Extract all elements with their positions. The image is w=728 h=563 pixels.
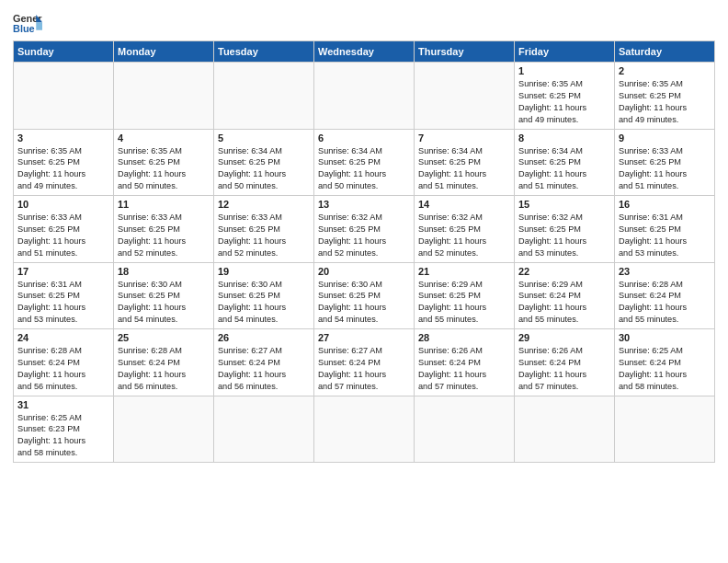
calendar-week-row: 31Sunrise: 6:25 AM Sunset: 6:23 PM Dayli… [14, 396, 715, 463]
day-info: Sunrise: 6:30 AM Sunset: 6:25 PM Dayligh… [118, 279, 210, 327]
calendar-cell: 2Sunrise: 6:35 AM Sunset: 6:25 PM Daylig… [615, 63, 715, 130]
svg-text:Blue: Blue [13, 23, 35, 34]
day-info: Sunrise: 6:28 AM Sunset: 6:24 PM Dayligh… [619, 279, 711, 327]
day-number: 14 [418, 199, 510, 210]
calendar-cell: 24Sunrise: 6:28 AM Sunset: 6:24 PM Dayli… [14, 329, 114, 396]
day-info: Sunrise: 6:31 AM Sunset: 6:25 PM Dayligh… [17, 279, 109, 327]
calendar-cell: 4Sunrise: 6:35 AM Sunset: 6:25 PM Daylig… [114, 129, 214, 196]
day-number: 10 [17, 199, 109, 210]
day-number: 23 [619, 266, 711, 277]
weekday-header: Friday [515, 41, 615, 63]
weekday-header: Saturday [615, 41, 715, 63]
calendar-cell: 23Sunrise: 6:28 AM Sunset: 6:24 PM Dayli… [615, 262, 715, 329]
day-info: Sunrise: 6:32 AM Sunset: 6:25 PM Dayligh… [518, 212, 610, 259]
day-info: Sunrise: 6:35 AM Sunset: 6:25 PM Dayligh… [118, 145, 210, 193]
day-info: Sunrise: 6:34 AM Sunset: 6:25 PM Dayligh… [218, 145, 310, 193]
day-info: Sunrise: 6:33 AM Sunset: 6:25 PM Dayligh… [619, 145, 711, 193]
calendar-cell [314, 396, 415, 463]
day-number: 17 [17, 266, 109, 277]
calendar-cell: 25Sunrise: 6:28 AM Sunset: 6:24 PM Dayli… [114, 329, 214, 396]
day-number: 30 [619, 332, 711, 343]
calendar-body: 1Sunrise: 6:35 AM Sunset: 6:25 PM Daylig… [14, 63, 715, 463]
calendar-cell: 6Sunrise: 6:34 AM Sunset: 6:25 PM Daylig… [314, 129, 415, 196]
day-info: Sunrise: 6:29 AM Sunset: 6:25 PM Dayligh… [418, 279, 510, 327]
calendar-cell [515, 396, 615, 463]
day-info: Sunrise: 6:27 AM Sunset: 6:24 PM Dayligh… [218, 345, 310, 393]
logo-icon: General Blue [13, 11, 42, 37]
day-info: Sunrise: 6:35 AM Sunset: 6:25 PM Dayligh… [17, 145, 109, 193]
day-info: Sunrise: 6:30 AM Sunset: 6:25 PM Dayligh… [218, 279, 310, 327]
calendar-cell [615, 396, 715, 463]
day-number: 13 [318, 199, 410, 210]
calendar-cell: 16Sunrise: 6:31 AM Sunset: 6:25 PM Dayli… [615, 196, 715, 263]
day-number: 6 [318, 132, 410, 144]
calendar-cell: 20Sunrise: 6:30 AM Sunset: 6:25 PM Dayli… [314, 262, 415, 329]
day-number: 11 [118, 199, 210, 210]
calendar-cell: 8Sunrise: 6:34 AM Sunset: 6:25 PM Daylig… [515, 129, 615, 196]
calendar-week-row: 24Sunrise: 6:28 AM Sunset: 6:24 PM Dayli… [14, 329, 715, 396]
calendar-cell: 22Sunrise: 6:29 AM Sunset: 6:24 PM Dayli… [515, 262, 615, 329]
day-number: 15 [518, 199, 610, 210]
calendar-cell: 3Sunrise: 6:35 AM Sunset: 6:25 PM Daylig… [14, 129, 114, 196]
day-number: 27 [318, 332, 410, 343]
day-info: Sunrise: 6:32 AM Sunset: 6:25 PM Dayligh… [418, 212, 510, 259]
day-number: 12 [218, 199, 310, 210]
logo: General Blue [13, 11, 42, 37]
calendar-cell: 17Sunrise: 6:31 AM Sunset: 6:25 PM Dayli… [14, 262, 114, 329]
day-info: Sunrise: 6:25 AM Sunset: 6:24 PM Dayligh… [619, 345, 711, 393]
day-number: 7 [418, 132, 510, 144]
day-number: 26 [218, 332, 310, 343]
day-number: 31 [17, 399, 109, 410]
calendar-cell [415, 396, 515, 463]
day-info: Sunrise: 6:25 AM Sunset: 6:23 PM Dayligh… [17, 412, 109, 460]
weekday-header: Thursday [415, 41, 515, 63]
day-info: Sunrise: 6:33 AM Sunset: 6:25 PM Dayligh… [17, 212, 109, 259]
calendar-cell: 27Sunrise: 6:27 AM Sunset: 6:24 PM Dayli… [314, 329, 415, 396]
calendar-cell: 10Sunrise: 6:33 AM Sunset: 6:25 PM Dayli… [14, 196, 114, 263]
day-info: Sunrise: 6:30 AM Sunset: 6:25 PM Dayligh… [318, 279, 410, 327]
calendar-cell: 12Sunrise: 6:33 AM Sunset: 6:25 PM Dayli… [214, 196, 314, 263]
calendar-header-row: SundayMondayTuesdayWednesdayThursdayFrid… [14, 41, 715, 63]
calendar-cell: 26Sunrise: 6:27 AM Sunset: 6:24 PM Dayli… [214, 329, 314, 396]
day-info: Sunrise: 6:35 AM Sunset: 6:25 PM Dayligh… [518, 78, 610, 126]
day-number: 18 [118, 266, 210, 277]
calendar-cell [114, 63, 214, 130]
weekday-header: Wednesday [314, 41, 415, 63]
svg-marker-3 [36, 22, 42, 29]
day-number: 8 [518, 132, 610, 144]
weekday-header: Tuesday [214, 41, 314, 63]
day-number: 9 [619, 132, 711, 144]
calendar-cell: 1Sunrise: 6:35 AM Sunset: 6:25 PM Daylig… [515, 63, 615, 130]
calendar-cell: 5Sunrise: 6:34 AM Sunset: 6:25 PM Daylig… [214, 129, 314, 196]
day-info: Sunrise: 6:26 AM Sunset: 6:24 PM Dayligh… [518, 345, 610, 393]
calendar-week-row: 1Sunrise: 6:35 AM Sunset: 6:25 PM Daylig… [14, 63, 715, 130]
calendar-cell [415, 63, 515, 130]
day-number: 5 [218, 132, 310, 144]
calendar-week-row: 10Sunrise: 6:33 AM Sunset: 6:25 PM Dayli… [14, 196, 715, 263]
calendar-cell: 13Sunrise: 6:32 AM Sunset: 6:25 PM Dayli… [314, 196, 415, 263]
weekday-header: Sunday [14, 41, 114, 63]
day-number: 2 [619, 65, 711, 76]
day-info: Sunrise: 6:35 AM Sunset: 6:25 PM Dayligh… [619, 78, 711, 126]
day-number: 20 [318, 266, 410, 277]
weekday-header: Monday [114, 41, 214, 63]
day-number: 29 [518, 332, 610, 343]
day-info: Sunrise: 6:34 AM Sunset: 6:25 PM Dayligh… [418, 145, 510, 193]
calendar-cell: 11Sunrise: 6:33 AM Sunset: 6:25 PM Dayli… [114, 196, 214, 263]
calendar-cell: 18Sunrise: 6:30 AM Sunset: 6:25 PM Dayli… [114, 262, 214, 329]
day-number: 22 [518, 266, 610, 277]
calendar-table: SundayMondayTuesdayWednesdayThursdayFrid… [13, 40, 715, 463]
day-info: Sunrise: 6:34 AM Sunset: 6:25 PM Dayligh… [318, 145, 410, 193]
day-number: 25 [118, 332, 210, 343]
day-info: Sunrise: 6:33 AM Sunset: 6:25 PM Dayligh… [118, 212, 210, 259]
day-number: 16 [619, 199, 711, 210]
calendar-cell [114, 396, 214, 463]
header: General Blue [13, 11, 715, 37]
day-number: 21 [418, 266, 510, 277]
day-number: 24 [17, 332, 109, 343]
calendar-cell [314, 63, 415, 130]
day-number: 3 [17, 132, 109, 144]
day-info: Sunrise: 6:29 AM Sunset: 6:24 PM Dayligh… [518, 279, 610, 327]
day-info: Sunrise: 6:28 AM Sunset: 6:24 PM Dayligh… [17, 345, 109, 393]
calendar-cell: 30Sunrise: 6:25 AM Sunset: 6:24 PM Dayli… [615, 329, 715, 396]
